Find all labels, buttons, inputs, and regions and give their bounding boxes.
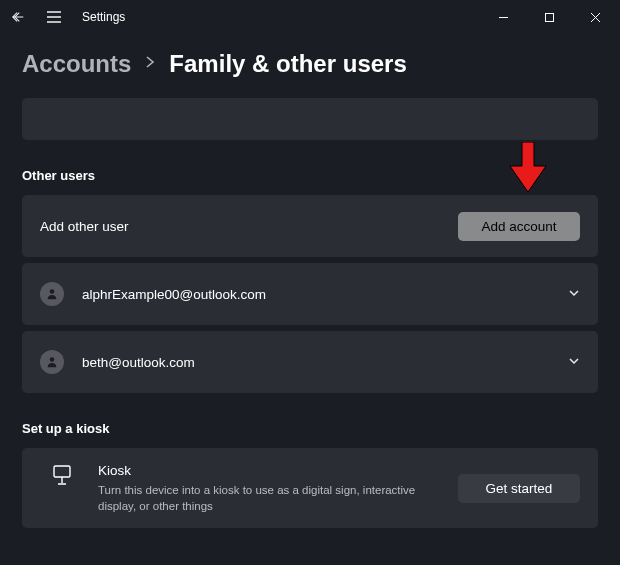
chevron-down-icon [568,285,580,303]
section-heading-other-users: Other users [22,168,598,183]
user-row[interactable]: alphrExample00@outlook.com [22,263,598,325]
window-title: Settings [82,10,125,24]
breadcrumb-current: Family & other users [169,50,406,78]
user-avatar-icon [40,350,64,374]
close-button[interactable] [572,2,618,32]
kiosk-description: Turn this device into a kiosk to use as … [98,482,438,514]
card-placeholder [22,98,598,140]
title-bar: Settings [0,0,620,34]
svg-point-2 [50,357,55,362]
add-account-button[interactable]: Add account [458,212,580,241]
minimize-icon [498,12,509,23]
kiosk-title: Kiosk [98,462,438,481]
section-heading-kiosk: Set up a kiosk [22,421,598,436]
hamburger-icon [46,10,62,24]
user-email: alphrExample00@outlook.com [82,287,266,302]
get-started-button[interactable]: Get started [458,474,580,503]
kiosk-icon [50,462,74,486]
svg-point-1 [50,289,55,294]
chevron-right-icon [145,55,155,73]
maximize-icon [544,12,555,23]
arrow-left-icon [11,10,25,24]
close-icon [590,12,601,23]
add-other-user-row: Add other user Add account [22,195,598,257]
menu-button[interactable] [38,2,70,32]
add-other-user-label: Add other user [40,219,129,234]
chevron-down-icon [568,353,580,371]
breadcrumb-parent[interactable]: Accounts [22,50,131,78]
maximize-button[interactable] [526,2,572,32]
minimize-button[interactable] [480,2,526,32]
user-avatar-icon [40,282,64,306]
svg-rect-3 [54,466,70,477]
user-email: beth@outlook.com [82,355,195,370]
kiosk-row: Kiosk Turn this device into a kiosk to u… [22,448,598,528]
person-icon [45,355,59,369]
svg-rect-0 [545,13,553,21]
person-icon [45,287,59,301]
user-row[interactable]: beth@outlook.com [22,331,598,393]
breadcrumb: Accounts Family & other users [0,34,620,86]
back-button[interactable] [2,2,34,32]
